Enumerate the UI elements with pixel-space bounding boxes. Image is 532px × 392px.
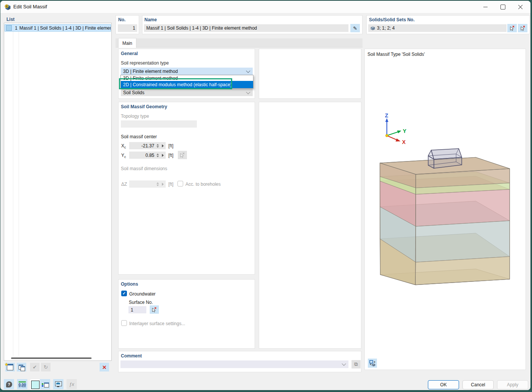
svg-text:Z: Z: [385, 113, 388, 119]
surface-no-label: Surface No.: [129, 300, 153, 305]
solid-cube-icon: [370, 26, 375, 30]
units-icon: 0,00: [19, 381, 26, 387]
options-header: Options: [121, 281, 138, 287]
comment-header: Comment: [121, 353, 142, 359]
pick-surface-button[interactable]: [150, 305, 159, 314]
convert-view-button[interactable]: [368, 359, 377, 368]
xc-unit: [ft]: [168, 143, 173, 149]
delete-icon: ✕: [102, 364, 107, 370]
svg-text:X: X: [402, 139, 406, 145]
list-column-divider: [13, 24, 13, 356]
color-swatch: [31, 381, 40, 389]
solids-card: Solids/Solid Sets No. 3; 1; 2; 4: [366, 15, 530, 34]
copy-windows-icon: [19, 365, 25, 370]
chevron-down-icon: [342, 362, 346, 366]
copy-massif-button[interactable]: [17, 363, 26, 371]
check-icon: ✓: [122, 291, 126, 296]
edit-name-button[interactable]: ✎: [350, 24, 360, 32]
tab-strip: [116, 38, 363, 47]
monitor-icon: [55, 381, 62, 387]
tab-main[interactable]: Main: [118, 38, 136, 48]
preview-card: Soil Massif Type 'Soil Solids' Z Y X: [364, 49, 526, 370]
list-row-label: Massif 1 | Soil Solids | 1-4 | 3D | Fini…: [19, 25, 111, 31]
minimize-button[interactable]: [477, 1, 494, 13]
expand-arrow-icon[interactable]: [162, 154, 164, 157]
cancel-button[interactable]: Cancel: [462, 380, 494, 389]
dropdown-option-2d[interactable]: 2D | Constrained modulus method (elastic…: [121, 81, 253, 88]
list-row-number: 1: [13, 25, 17, 31]
select-solids-button[interactable]: [507, 24, 517, 32]
units-settings-button[interactable]: 0,00: [17, 379, 27, 389]
dz-label: ΔZ: [121, 182, 127, 187]
yc-label: Yc: [121, 153, 126, 159]
soil-type-combobox[interactable]: Soil Solids: [121, 89, 253, 96]
select-pointer-icon: [520, 25, 526, 31]
massif-list[interactable]: 1 Massif 1 | Soil Solids | 1-4 | 3D | Fi…: [4, 23, 112, 361]
middle-panel-bottom: [259, 102, 361, 349]
expand-arrow-icon[interactable]: [162, 144, 164, 147]
rendering-button[interactable]: [53, 379, 63, 389]
yc-field[interactable]: 0.85: [129, 152, 166, 159]
dropdown-option-3d[interactable]: 3D | Finite element method: [121, 75, 253, 81]
color-swatch-button[interactable]: [30, 379, 40, 390]
list-row-selected[interactable]: 1 Massif 1 | Soil Solids | 1-4 | 3D | Fi…: [5, 24, 111, 32]
new-window-icon: ★: [7, 364, 13, 370]
spinner-icon[interactable]: [157, 144, 159, 148]
maximize-icon: [500, 5, 505, 9]
comment-combobox[interactable]: [120, 360, 348, 368]
close-icon: [518, 5, 523, 9]
select-pointer-icon: [180, 152, 185, 158]
groundwater-checkbox[interactable]: ✓: [121, 291, 127, 296]
interlayer-settings-checkbox: [121, 320, 127, 326]
acc-to-boreholes-checkbox: [177, 181, 183, 187]
expand-arrow-icon: [162, 183, 164, 186]
house-icon: [428, 149, 462, 168]
display-properties-button[interactable]: [40, 379, 50, 389]
function-icon: ƒx: [69, 381, 74, 387]
copy-comment-button[interactable]: ⧉: [352, 360, 361, 368]
help-button[interactable]: ?: [4, 379, 14, 389]
preview-title: Soil Massif Type 'Soil Solids': [367, 52, 425, 57]
geometry-card: Soil Massif Geometry Topology type Soil …: [118, 102, 255, 275]
select-all-icon: ✔: [33, 364, 37, 370]
acc-to-boreholes-label: Acc. to boreholes: [185, 182, 221, 187]
maximize-button[interactable]: [494, 1, 511, 13]
new-massif-button[interactable]: ★: [5, 363, 15, 371]
surface-no-field[interactable]: 1: [128, 306, 146, 313]
desktop-backdrop: 6 Edit Soil Massif List 1 Massif 1 | Soi…: [0, 0, 532, 392]
titlebar[interactable]: 6 Edit Soil Massif: [0, 1, 530, 13]
delete-massif-button[interactable]: ✕: [100, 363, 109, 371]
soil-massif-dimensions-label: Soil massif dimensions: [121, 166, 167, 171]
ok-button[interactable]: OK: [428, 380, 459, 389]
invert-selection-icon: ↻: [44, 364, 48, 370]
select-solid-sets-button[interactable]: [518, 24, 527, 32]
name-label: Name: [144, 17, 157, 22]
name-field[interactable]: Massif 1 | Soil Solids | 1-4 | 3D | Fini…: [144, 24, 348, 32]
apply-button: Apply: [497, 380, 528, 389]
soil-representation-combobox[interactable]: 3D | Finite element method: [121, 68, 253, 75]
topology-type-field: [121, 120, 197, 128]
pick-center-button: [178, 151, 187, 159]
no-card: No. 1: [116, 15, 139, 34]
middle-panel-top: [259, 49, 361, 99]
topology-type-label: Topology type: [121, 114, 149, 119]
horizontal-scrollbar[interactable]: [11, 357, 92, 359]
solids-field[interactable]: 3; 1; 2; 4: [368, 24, 507, 32]
soil-massif-center-label: Soil massif center: [121, 134, 157, 139]
spinner-icon: [157, 182, 159, 186]
spinner-icon[interactable]: [157, 153, 159, 157]
massif-color-swatch: [6, 25, 12, 31]
select-all-button: ✔: [30, 363, 40, 371]
groundwater-label: Groundwater: [129, 291, 155, 297]
general-card: General Soil representation type 3D | Fi…: [118, 49, 255, 99]
convert-solids-icon: [369, 360, 376, 367]
comment-card: Comment ⧉: [118, 351, 361, 372]
options-card: Options ✓ Groundwater Surface No. 1 Inte…: [118, 279, 255, 349]
help-icon: ?: [6, 381, 12, 387]
invert-selection-button: ↻: [41, 363, 51, 371]
yc-unit: [ft]: [168, 153, 173, 158]
pencil-icon: ✎: [353, 25, 357, 31]
xc-field[interactable]: -21.37: [129, 142, 166, 149]
chevron-down-icon: [246, 90, 250, 94]
close-button[interactable]: [511, 1, 529, 13]
